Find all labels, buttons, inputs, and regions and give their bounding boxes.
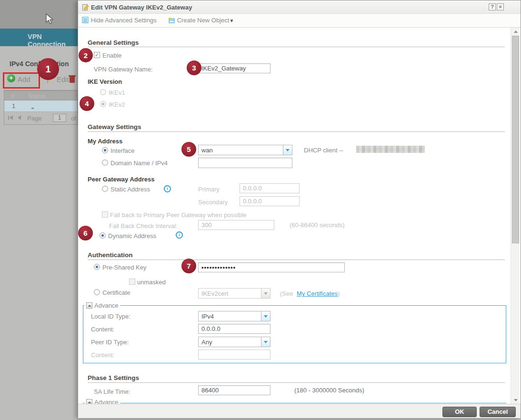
enable-label: Enable [102, 52, 121, 59]
dhcp-address-redacted [356, 146, 425, 153]
dhcp-client-label: DHCP client -- [304, 147, 343, 154]
table-pagination: Page 1 of [4, 112, 77, 124]
chevron-down-icon[interactable] [261, 311, 270, 321]
fallback-interval-label: Fall Back Check Interval: [109, 222, 178, 230]
certificate-radio[interactable] [94, 289, 100, 295]
sa-life-time-label: SA Life Time: [94, 388, 130, 395]
local-id-type-select[interactable]: IPv4 [198, 311, 271, 321]
pre-shared-key-label: Pre-Shared Key [102, 264, 147, 271]
fallback-interval-input[interactable]: 300 [198, 220, 274, 230]
step-badge-4: 4 [80, 96, 94, 111]
ikev1-radio[interactable] [100, 89, 106, 95]
collapse-arrow-icon[interactable] [86, 302, 92, 309]
peer-id-type-value: Any [201, 339, 212, 346]
pre-shared-key-input[interactable]: ••••••••••••• [198, 262, 345, 272]
peer-id-type-label: Peer ID Type: [91, 339, 129, 346]
step-badge-1: 1 [37, 58, 59, 80]
hide-advanced-settings-button[interactable]: Hide Advanced Settings [82, 17, 157, 24]
local-id-type-value: IPv4 [201, 313, 214, 320]
column-status: Status [28, 92, 46, 100]
cancel-button[interactable]: Cancel [480, 407, 516, 417]
chevron-down-icon[interactable] [261, 337, 270, 347]
see-prefix: (See [280, 290, 293, 297]
authentication-header: Authentication [88, 251, 133, 259]
peer-gateway-address-header: Peer Gateway Address [88, 176, 154, 183]
ikev1-label: IKEv1 [109, 89, 125, 96]
create-new-object-button[interactable]: Create New Object▼ [168, 17, 234, 24]
general-settings-header: General Settings [88, 39, 139, 46]
certificate-label: Certificate [102, 289, 130, 296]
local-id-type-label: Local ID Type: [91, 313, 130, 320]
domain-name-label: Domain Name / IPv4 [110, 160, 168, 167]
sa-life-time-input[interactable]: 86400 [198, 385, 271, 395]
divider [88, 260, 505, 260]
see-suffix: ) [338, 290, 340, 297]
page-number-input[interactable]: 1 [53, 114, 66, 122]
certificate-select[interactable]: IKEv2cert [198, 288, 271, 299]
peer-content-label: Content: [91, 351, 114, 359]
caret-down-icon: ▼ [229, 18, 234, 23]
fallback-checkbox[interactable] [102, 211, 108, 218]
ikev2-radio[interactable] [100, 101, 106, 107]
chevron-down-icon[interactable] [283, 145, 292, 155]
advance-legend-label: Advance [94, 302, 119, 309]
gateway-settings-header: Gateway Settings [88, 123, 141, 130]
secondary-input[interactable]: 0.0.0.0 [240, 196, 300, 206]
scroll-up-button[interactable] [511, 28, 520, 35]
my-address-header: My Address [88, 138, 122, 145]
advance-fieldset [83, 305, 506, 363]
peer-content-input[interactable] [198, 350, 271, 360]
previous-page-icon[interactable] [18, 115, 21, 120]
divider [88, 131, 505, 132]
primary-input[interactable]: 0.0.0.0 [240, 183, 300, 193]
my-certificates-link[interactable]: My Certificates [297, 290, 338, 297]
tab-vpn-connection[interactable]: VPN Connection [0, 29, 78, 46]
close-button[interactable]: × [497, 3, 504, 10]
advance2-fieldset-top [83, 403, 506, 403]
enable-checkbox[interactable]: ✓ [94, 52, 100, 58]
scroll-down-button[interactable] [511, 396, 520, 404]
interface-select-value: wan [201, 147, 213, 154]
remove-trash-icon[interactable] [70, 77, 75, 83]
pre-shared-key-radio[interactable] [94, 264, 100, 270]
step-badge-5: 5 [181, 142, 196, 157]
first-page-icon[interactable] [8, 116, 9, 120]
page-label: Page [27, 115, 41, 122]
content-input[interactable]: 0.0.0.0 [198, 324, 271, 334]
advance-legend: Advance [84, 302, 120, 309]
step-badge-6: 6 [78, 226, 93, 240]
certificate-select-value: IKEv2cert [201, 290, 228, 297]
dynamic-address-info-icon[interactable]: i [176, 231, 183, 239]
unmasked-checkbox[interactable] [129, 279, 135, 285]
page-of-label: of [71, 115, 76, 122]
step-badge-7: 7 [181, 259, 196, 273]
scrollbar-thumb[interactable] [512, 36, 519, 243]
vpn-gateway-name-label: VPN Gateway Name: [94, 66, 153, 73]
interface-select[interactable]: wan [198, 145, 292, 155]
step-badge-3: 3 [187, 60, 201, 75]
sa-life-time-note: (180 - 3000000 Seconds) [294, 387, 364, 394]
domain-name-input[interactable] [198, 158, 292, 168]
static-address-info-icon[interactable]: i [164, 185, 171, 192]
ok-button[interactable]: OK [442, 407, 477, 417]
domain-name-radio[interactable] [102, 160, 108, 166]
list-icon [82, 17, 89, 23]
peer-id-type-select[interactable]: Any [198, 337, 271, 347]
ike-version-header: IKE Version [88, 78, 122, 85]
secondary-label: Secondary [198, 199, 228, 206]
vpn-gateway-name-input[interactable]: IKEv2_Gateway [198, 63, 271, 73]
table-row[interactable]: 1 [4, 100, 77, 112]
create-new-object-label: Create New Object [177, 17, 230, 24]
dialog-titlebar: Edit VPN Gateway IKEv2_Gateway ? × [78, 0, 521, 14]
static-address-radio[interactable] [102, 186, 108, 192]
interface-radio[interactable] [102, 147, 108, 153]
hide-advanced-settings-label: Hide Advanced Settings [91, 17, 157, 24]
ikev2-label: IKEv2 [109, 101, 125, 108]
dynamic-address-radio[interactable] [100, 232, 106, 239]
first-page-icon-arrow[interactable] [10, 115, 13, 120]
mouse-cursor [45, 13, 55, 26]
scrollbar[interactable] [511, 28, 520, 404]
dialog-footer: OK Cancel [78, 404, 521, 418]
help-button[interactable]: ? [489, 3, 496, 10]
chevron-down-icon [261, 289, 270, 298]
